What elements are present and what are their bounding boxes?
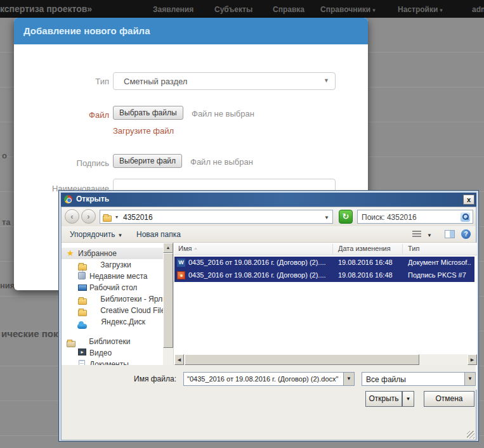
cancel-button[interactable]: Отмена — [424, 391, 474, 407]
choose-signature-button[interactable]: Выберите файл — [113, 154, 182, 168]
tree-item-creative-cloud[interactable]: Creative Cloud Files — [62, 305, 163, 316]
screen: кспертиза проектов» Заявления Субъекты С… — [0, 0, 484, 448]
file-field-label: Файл — [14, 110, 109, 120]
tree-item-desktop[interactable]: Рабочий стол — [62, 282, 163, 293]
word-document-icon: W — [177, 259, 185, 267]
desktop-icon — [78, 285, 87, 291]
video-icon: ▸ — [78, 349, 86, 355]
back-button[interactable]: ‹ — [65, 209, 79, 224]
address-breadcrumb[interactable]: ▾ 4352016 ▼ — [100, 210, 333, 224]
column-header-date[interactable]: Дата изменения — [338, 245, 391, 252]
signature-status-text: Файл не выбран — [190, 157, 253, 167]
scroll-up-button[interactable]: ▲ — [163, 243, 173, 253]
top-nav-bar: кспертиза проектов» Заявления Субъекты С… — [0, 0, 484, 18]
dialog-titlebar[interactable]: Открыть x — [61, 193, 476, 207]
scroll-left-button[interactable]: ◀ — [174, 354, 184, 365]
filename-label: Имя файла: — [134, 374, 176, 383]
select-caret-icon: ▼ — [324, 77, 329, 84]
dialog-body: ‹ › ▾ 4352016 ▼ ↻ Поиск: 4352016 Упорядо… — [61, 207, 476, 440]
nav-item-admin[interactable]: admin — [472, 5, 484, 14]
horizontal-scrollbar-thumb[interactable] — [185, 354, 419, 365]
search-input[interactable]: Поиск: 4352016 — [357, 210, 473, 224]
organize-menu[interactable]: Упорядочить▼ — [70, 230, 122, 239]
type-select[interactable]: Сметный раздел ▼ — [113, 72, 336, 90]
tree-gap — [62, 328, 163, 336]
tree-item-libraries-shortcut[interactable]: Библиотеки - Ярлык — [62, 293, 163, 305]
file-row-docx[interactable]: W 0435_2016 от 19.08.2016 г. (Договор) (… — [174, 257, 474, 269]
background-text-fragment: та — [2, 217, 11, 227]
forward-button[interactable]: › — [81, 209, 96, 224]
resize-grip[interactable] — [467, 431, 474, 438]
list-header: Имя^ Дата изменения Тип — [174, 243, 477, 255]
address-dropdown-icon[interactable]: ▼ — [324, 215, 329, 221]
cloud-icon — [77, 324, 87, 329]
nav-item-spravka[interactable]: Справка — [273, 5, 304, 14]
open-button-dropdown-icon[interactable]: ▼ — [402, 391, 414, 407]
type-select-value: Сметный раздел — [124, 77, 187, 86]
caret-down-icon: ▾ — [372, 7, 376, 13]
column-separator[interactable] — [402, 244, 403, 254]
signature-field-label: Подпись — [14, 158, 109, 168]
address-bar-row: ‹ › ▾ 4352016 ▼ ↻ Поиск: 4352016 — [62, 207, 476, 226]
folder-icon — [78, 298, 87, 305]
column-header-name[interactable]: Имя^ — [178, 245, 197, 252]
downloads-icon: ↓ — [78, 264, 87, 271]
sort-asc-icon: ^ — [194, 246, 197, 252]
search-icon[interactable] — [461, 212, 470, 222]
file-type-filter-value: Все файлы — [366, 375, 406, 384]
breadcrumb-caret-icon: ▾ — [115, 214, 118, 220]
file-row-signature[interactable]: 0435_2016 от 19.08.2016 г. (Договор) (2)… — [174, 269, 474, 282]
nav-item-nastroiki[interactable]: Настройки▾ — [398, 5, 443, 14]
new-folder-button[interactable]: Новая папка — [136, 230, 181, 239]
star-icon: ★ — [67, 249, 74, 257]
type-field-label: Тип — [14, 77, 109, 86]
dialog-footer: Имя файла: "0435_2016 от 19.08.2016 г. (… — [62, 365, 476, 440]
modal-header: Добавление нового файла — [14, 18, 368, 44]
nav-item-zayavleniya[interactable]: Заявления — [153, 5, 193, 14]
tree-item-downloads[interactable]: ↓ Загрузки — [62, 259, 163, 271]
modal-title: Добавление нового файла — [23, 25, 150, 36]
background-text-fragment: о — [2, 151, 7, 160]
tree-item-video[interactable]: ▸ Видео — [62, 347, 163, 359]
caret-down-icon: ▾ — [440, 7, 443, 13]
tree-item-recent-places[interactable]: Недавние места — [62, 271, 163, 282]
filename-value: "0435_2016 от 19.08.2016 г. (Договор) (2… — [187, 375, 341, 383]
list-horizontal-scrollbar[interactable]: ◀ ▶ — [174, 354, 477, 365]
certificate-icon — [177, 271, 185, 279]
scroll-right-button[interactable]: ▶ — [468, 354, 477, 365]
views-caret-icon[interactable]: ▼ — [427, 233, 432, 238]
dialog-title: Открыть — [76, 195, 109, 203]
nav-item-subekty[interactable]: Субъекты — [214, 5, 252, 14]
views-icon[interactable] — [412, 231, 421, 238]
recent-places-icon — [78, 272, 86, 279]
close-button[interactable]: x — [463, 195, 474, 205]
file-type-filter-combo[interactable]: Все файлы ▼ — [362, 372, 476, 386]
tree-group-favorites[interactable]: ★ Избранное — [62, 248, 163, 259]
tree-item-yandex-disk[interactable]: Яндекс.Диск — [62, 316, 163, 328]
app-brand: кспертиза проектов» — [0, 4, 92, 14]
search-value: Поиск: 4352016 — [362, 213, 417, 222]
help-icon[interactable]: ? — [461, 229, 471, 239]
preview-pane-icon[interactable] — [445, 230, 455, 238]
column-separator[interactable] — [332, 244, 333, 254]
tree-group-libraries[interactable]: Библиотеки — [62, 336, 163, 347]
choose-files-button[interactable]: Выбрать файлы — [113, 106, 183, 120]
command-bar: Упорядочить▼ Новая папка ▼ ? — [62, 226, 476, 243]
column-header-type[interactable]: Тип — [408, 245, 419, 252]
tree-scrollbar-thumb[interactable] — [163, 253, 173, 348]
filter-dropdown-icon[interactable]: ▼ — [464, 373, 475, 385]
file-error-text: Загрузите файл — [113, 126, 174, 136]
open-button[interactable]: Открыть — [365, 391, 402, 407]
filename-dropdown-icon[interactable]: ▼ — [343, 373, 354, 385]
background-text-fragment: ния — [0, 281, 15, 290]
refresh-button[interactable]: ↻ — [339, 210, 353, 224]
folder-icon — [103, 215, 112, 222]
nav-item-spravochniki[interactable]: Справочники▾ — [320, 5, 376, 14]
chrome-icon — [64, 195, 72, 203]
filename-combo[interactable]: "0435_2016 от 19.08.2016 г. (Договор) (2… — [183, 372, 355, 386]
caret-down-icon: ▼ — [117, 233, 122, 238]
background-section-heading: ические пок — [1, 328, 58, 339]
folder-icon — [78, 310, 87, 316]
libraries-icon — [67, 341, 75, 347]
open-file-dialog: Открыть x ‹ › ▾ 4352016 ▼ ↻ Поиск: 43520… — [58, 190, 479, 442]
